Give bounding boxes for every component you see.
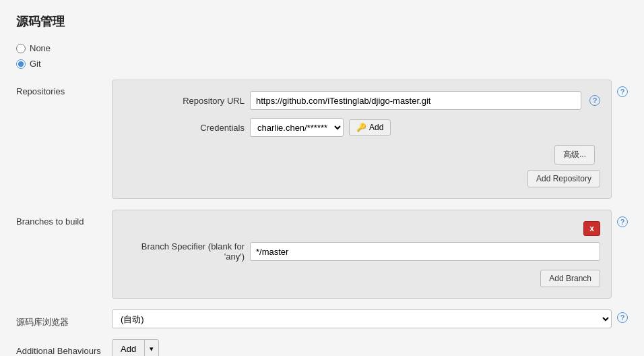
source-browser-label: 源码库浏览器 [16,309,104,328]
source-browser-inner: 源码库浏览器 (自动) [16,309,612,328]
branches-section: Branches to build x Branch Specifier (bl… [16,210,628,299]
additional-behaviours-section: Additional Behaviours Add ▾ [16,339,628,356]
remove-branch-button[interactable]: x [583,221,600,236]
scm-radio-group: None Git [16,43,628,69]
source-browser-section: 源码库浏览器 (自动) ? [16,309,628,328]
repositories-inner: Repositories Repository URL ? Credential… [16,80,612,199]
credentials-label: Credentials [123,123,245,133]
radio-none[interactable]: None [16,43,628,53]
advanced-btn-row: 高级... [123,145,600,165]
radio-git[interactable]: Git [16,59,628,69]
page-title: 源码管理 [16,13,628,30]
key-icon: 🔑 [356,123,366,132]
source-browser-select[interactable]: (自动) [112,309,612,328]
add-key-label: Add [369,123,383,132]
repositories-content: Repository URL ? Credentials charlie.che… [112,80,612,199]
source-browser-help-icon[interactable]: ? [617,312,628,323]
add-arrow-button[interactable]: ▾ [145,340,158,356]
additional-behaviours-label: Additional Behaviours [16,339,104,356]
radio-git-input[interactable] [16,59,26,69]
x-btn-row: x [123,221,600,236]
branches-help-icon[interactable]: ? [617,216,628,227]
radio-none-input[interactable] [16,44,26,53]
repo-url-row: Repository URL ? [123,91,600,110]
credentials-row: Credentials charlie.chen/****** 🔑 Add [123,118,600,137]
repositories-section: Repositories Repository URL ? Credential… [16,80,628,199]
branch-specifier-input[interactable] [250,242,600,261]
advanced-button[interactable]: 高级... [554,145,595,165]
repo-url-input[interactable] [250,91,581,110]
branches-content: x Branch Specifier (blank for 'any') Add… [112,210,612,299]
radio-none-label: None [30,43,51,53]
repo-url-label: Repository URL [123,96,245,106]
branches-label: Branches to build [16,210,104,227]
branch-specifier-row: Branch Specifier (blank for 'any') [123,241,600,262]
add-branch-button[interactable]: Add Branch [540,270,600,287]
credentials-controls: charlie.chen/****** 🔑 Add [250,118,391,137]
add-branch-btn-row: Add Branch [123,270,600,287]
add-split-button: Add ▾ [112,339,159,356]
branch-specifier-label: Branch Specifier (blank for 'any') [123,241,245,262]
branches-inner: Branches to build x Branch Specifier (bl… [16,210,612,299]
add-main-button[interactable]: Add [112,340,145,356]
repositories-help-icon[interactable]: ? [617,86,628,97]
radio-git-label: Git [30,59,41,69]
repositories-label: Repositories [16,80,104,96]
repo-url-help-icon[interactable]: ? [589,95,600,106]
add-repository-button[interactable]: Add Repository [527,170,600,187]
credentials-select[interactable]: charlie.chen/****** [250,118,344,137]
add-repo-btn-row: Add Repository [123,170,600,187]
add-key-button[interactable]: 🔑 Add [349,119,391,136]
